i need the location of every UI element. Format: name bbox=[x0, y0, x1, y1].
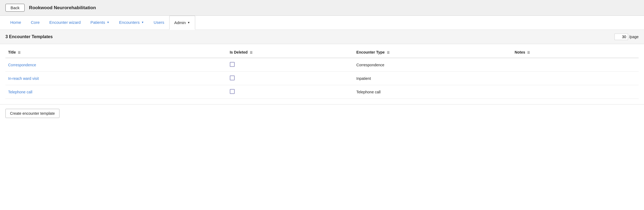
row-title-link[interactable]: In-reach ward visit bbox=[8, 76, 39, 81]
title-sort-icon: ☰ bbox=[18, 51, 21, 54]
cell-title: In-reach ward visit bbox=[5, 72, 227, 85]
nav-item-home[interactable]: Home bbox=[5, 16, 26, 29]
cell-notes bbox=[512, 85, 639, 99]
cell-is-deleted bbox=[227, 85, 354, 99]
col-title[interactable]: Title ☰ bbox=[5, 47, 227, 58]
table-row: In-reach ward visitInpatient bbox=[5, 72, 639, 85]
cell-title: Telephone call bbox=[5, 85, 227, 99]
is-deleted-checkbox[interactable] bbox=[230, 62, 235, 67]
encounters-dropdown-icon: ▼ bbox=[141, 21, 144, 24]
nav-bar: Home Core Encounter wizard Patients ▼ En… bbox=[0, 16, 644, 30]
cell-encounter-type: Telephone call bbox=[354, 85, 512, 99]
patients-dropdown-icon: ▼ bbox=[107, 21, 109, 24]
nav-item-encounters[interactable]: Encounters ▼ bbox=[114, 16, 149, 29]
table-row: CorrespondenceCorrespondence bbox=[5, 58, 639, 72]
header-title: Rookwood Neurorehabilitation bbox=[29, 5, 96, 11]
cell-notes bbox=[512, 72, 639, 85]
nav-item-core[interactable]: Core bbox=[26, 16, 45, 29]
row-title-link[interactable]: Telephone call bbox=[8, 90, 32, 94]
cell-is-deleted bbox=[227, 72, 354, 85]
per-page-label: /page bbox=[629, 35, 639, 39]
cell-encounter-type: Inpatient bbox=[354, 72, 512, 85]
table-header-row: Title ☰ Is Deleted ☰ Encounter Type ☰ No… bbox=[5, 47, 639, 58]
is-deleted-sort-icon: ☰ bbox=[250, 51, 253, 54]
encounter-type-sort-icon: ☰ bbox=[387, 51, 390, 54]
section-header: 3 Encounter Templates /page bbox=[0, 30, 644, 44]
nav-item-admin[interactable]: Admin ▼ bbox=[169, 16, 195, 30]
table-container: Title ☰ Is Deleted ☰ Encounter Type ☰ No… bbox=[0, 44, 644, 99]
cell-notes bbox=[512, 58, 639, 72]
create-encounter-template-button[interactable]: Create encounter template bbox=[5, 109, 59, 118]
row-title-link[interactable]: Correspondence bbox=[8, 63, 36, 67]
cell-is-deleted bbox=[227, 58, 354, 72]
admin-dropdown-icon: ▼ bbox=[187, 21, 190, 24]
nav-item-patients[interactable]: Patients ▼ bbox=[85, 16, 114, 29]
nav-item-users[interactable]: Users bbox=[149, 16, 169, 29]
is-deleted-checkbox[interactable] bbox=[230, 76, 235, 80]
footer-bar: Create encounter template bbox=[0, 104, 644, 122]
cell-encounter-type: Correspondence bbox=[354, 58, 512, 72]
nav-item-encounter-wizard[interactable]: Encounter wizard bbox=[45, 16, 86, 29]
col-notes[interactable]: Notes ☰ bbox=[512, 47, 639, 58]
is-deleted-checkbox[interactable] bbox=[230, 89, 235, 94]
per-page-input[interactable] bbox=[615, 34, 628, 40]
cell-title: Correspondence bbox=[5, 58, 227, 72]
notes-sort-icon: ☰ bbox=[527, 51, 530, 54]
per-page-control: /page bbox=[615, 34, 639, 40]
header-bar: Back Rookwood Neurorehabilitation bbox=[0, 0, 644, 16]
section-title: 3 Encounter Templates bbox=[5, 34, 53, 39]
col-encounter-type[interactable]: Encounter Type ☰ bbox=[354, 47, 512, 58]
col-is-deleted[interactable]: Is Deleted ☰ bbox=[227, 47, 354, 58]
back-button[interactable]: Back bbox=[5, 4, 25, 12]
encounter-templates-table: Title ☰ Is Deleted ☰ Encounter Type ☰ No… bbox=[5, 47, 639, 99]
table-row: Telephone callTelephone call bbox=[5, 85, 639, 99]
